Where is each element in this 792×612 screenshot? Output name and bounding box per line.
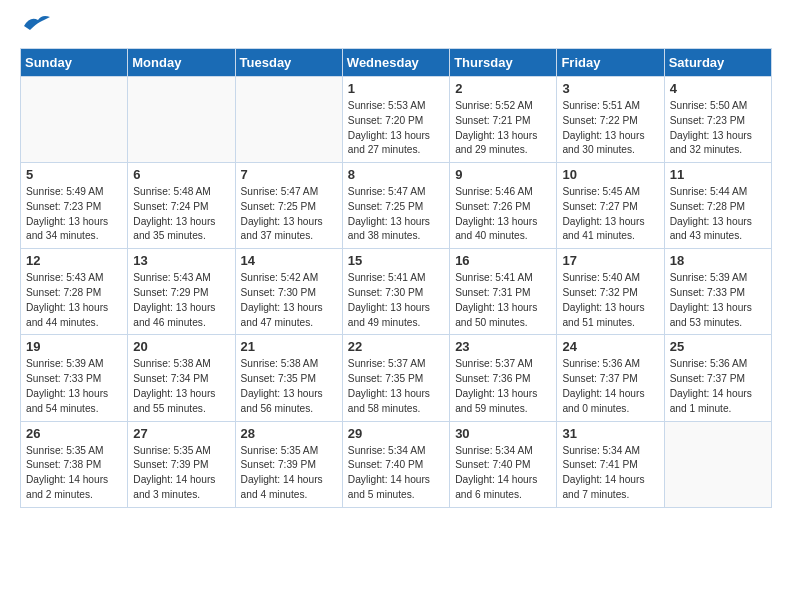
- calendar-table: SundayMondayTuesdayWednesdayThursdayFrid…: [20, 48, 772, 508]
- day-number: 31: [562, 426, 658, 441]
- day-number: 27: [133, 426, 229, 441]
- day-number: 2: [455, 81, 551, 96]
- calendar-week-row: 12Sunrise: 5:43 AMSunset: 7:28 PMDayligh…: [21, 249, 772, 335]
- day-number: 4: [670, 81, 766, 96]
- calendar-day-cell: 24Sunrise: 5:36 AMSunset: 7:37 PMDayligh…: [557, 335, 664, 421]
- calendar-day-cell: [21, 77, 128, 163]
- day-number: 16: [455, 253, 551, 268]
- day-number: 1: [348, 81, 444, 96]
- calendar-day-cell: 22Sunrise: 5:37 AMSunset: 7:35 PMDayligh…: [342, 335, 449, 421]
- day-number: 3: [562, 81, 658, 96]
- day-info: Sunrise: 5:34 AMSunset: 7:40 PMDaylight:…: [348, 444, 444, 503]
- day-number: 13: [133, 253, 229, 268]
- calendar-week-row: 19Sunrise: 5:39 AMSunset: 7:33 PMDayligh…: [21, 335, 772, 421]
- day-info: Sunrise: 5:37 AMSunset: 7:35 PMDaylight:…: [348, 357, 444, 416]
- calendar-day-cell: 25Sunrise: 5:36 AMSunset: 7:37 PMDayligh…: [664, 335, 771, 421]
- day-info: Sunrise: 5:41 AMSunset: 7:30 PMDaylight:…: [348, 271, 444, 330]
- day-number: 19: [26, 339, 122, 354]
- day-number: 15: [348, 253, 444, 268]
- calendar-week-row: 26Sunrise: 5:35 AMSunset: 7:38 PMDayligh…: [21, 421, 772, 507]
- calendar-day-cell: 20Sunrise: 5:38 AMSunset: 7:34 PMDayligh…: [128, 335, 235, 421]
- day-number: 28: [241, 426, 337, 441]
- logo: [20, 20, 52, 32]
- calendar-day-cell: 2Sunrise: 5:52 AMSunset: 7:21 PMDaylight…: [450, 77, 557, 163]
- day-info: Sunrise: 5:36 AMSunset: 7:37 PMDaylight:…: [562, 357, 658, 416]
- weekday-header: Sunday: [21, 49, 128, 77]
- weekday-header: Monday: [128, 49, 235, 77]
- day-info: Sunrise: 5:38 AMSunset: 7:35 PMDaylight:…: [241, 357, 337, 416]
- day-info: Sunrise: 5:39 AMSunset: 7:33 PMDaylight:…: [670, 271, 766, 330]
- day-number: 25: [670, 339, 766, 354]
- calendar-day-cell: 15Sunrise: 5:41 AMSunset: 7:30 PMDayligh…: [342, 249, 449, 335]
- day-info: Sunrise: 5:34 AMSunset: 7:41 PMDaylight:…: [562, 444, 658, 503]
- day-info: Sunrise: 5:50 AMSunset: 7:23 PMDaylight:…: [670, 99, 766, 158]
- calendar-day-cell: 18Sunrise: 5:39 AMSunset: 7:33 PMDayligh…: [664, 249, 771, 335]
- logo-bird-icon: [22, 12, 52, 32]
- calendar-day-cell: 17Sunrise: 5:40 AMSunset: 7:32 PMDayligh…: [557, 249, 664, 335]
- day-info: Sunrise: 5:43 AMSunset: 7:28 PMDaylight:…: [26, 271, 122, 330]
- day-number: 26: [26, 426, 122, 441]
- day-info: Sunrise: 5:53 AMSunset: 7:20 PMDaylight:…: [348, 99, 444, 158]
- calendar-day-cell: 23Sunrise: 5:37 AMSunset: 7:36 PMDayligh…: [450, 335, 557, 421]
- day-number: 22: [348, 339, 444, 354]
- calendar-day-cell: [664, 421, 771, 507]
- day-number: 12: [26, 253, 122, 268]
- day-number: 10: [562, 167, 658, 182]
- day-number: 20: [133, 339, 229, 354]
- day-info: Sunrise: 5:48 AMSunset: 7:24 PMDaylight:…: [133, 185, 229, 244]
- weekday-header: Tuesday: [235, 49, 342, 77]
- calendar-day-cell: 5Sunrise: 5:49 AMSunset: 7:23 PMDaylight…: [21, 163, 128, 249]
- day-info: Sunrise: 5:49 AMSunset: 7:23 PMDaylight:…: [26, 185, 122, 244]
- calendar-day-cell: 10Sunrise: 5:45 AMSunset: 7:27 PMDayligh…: [557, 163, 664, 249]
- page-container: SundayMondayTuesdayWednesdayThursdayFrid…: [0, 0, 792, 523]
- calendar-day-cell: 11Sunrise: 5:44 AMSunset: 7:28 PMDayligh…: [664, 163, 771, 249]
- calendar-day-cell: 30Sunrise: 5:34 AMSunset: 7:40 PMDayligh…: [450, 421, 557, 507]
- day-info: Sunrise: 5:51 AMSunset: 7:22 PMDaylight:…: [562, 99, 658, 158]
- calendar-day-cell: 4Sunrise: 5:50 AMSunset: 7:23 PMDaylight…: [664, 77, 771, 163]
- weekday-header: Friday: [557, 49, 664, 77]
- day-info: Sunrise: 5:41 AMSunset: 7:31 PMDaylight:…: [455, 271, 551, 330]
- day-info: Sunrise: 5:35 AMSunset: 7:39 PMDaylight:…: [133, 444, 229, 503]
- calendar-day-cell: 6Sunrise: 5:48 AMSunset: 7:24 PMDaylight…: [128, 163, 235, 249]
- day-number: 24: [562, 339, 658, 354]
- day-number: 5: [26, 167, 122, 182]
- day-info: Sunrise: 5:34 AMSunset: 7:40 PMDaylight:…: [455, 444, 551, 503]
- calendar-week-row: 5Sunrise: 5:49 AMSunset: 7:23 PMDaylight…: [21, 163, 772, 249]
- day-info: Sunrise: 5:42 AMSunset: 7:30 PMDaylight:…: [241, 271, 337, 330]
- day-number: 14: [241, 253, 337, 268]
- day-info: Sunrise: 5:46 AMSunset: 7:26 PMDaylight:…: [455, 185, 551, 244]
- day-info: Sunrise: 5:40 AMSunset: 7:32 PMDaylight:…: [562, 271, 658, 330]
- calendar-day-cell: 8Sunrise: 5:47 AMSunset: 7:25 PMDaylight…: [342, 163, 449, 249]
- weekday-header: Wednesday: [342, 49, 449, 77]
- calendar-day-cell: 29Sunrise: 5:34 AMSunset: 7:40 PMDayligh…: [342, 421, 449, 507]
- calendar-day-cell: 3Sunrise: 5:51 AMSunset: 7:22 PMDaylight…: [557, 77, 664, 163]
- calendar-day-cell: 28Sunrise: 5:35 AMSunset: 7:39 PMDayligh…: [235, 421, 342, 507]
- day-info: Sunrise: 5:47 AMSunset: 7:25 PMDaylight:…: [348, 185, 444, 244]
- calendar-day-cell: [235, 77, 342, 163]
- calendar-week-row: 1Sunrise: 5:53 AMSunset: 7:20 PMDaylight…: [21, 77, 772, 163]
- calendar-day-cell: 12Sunrise: 5:43 AMSunset: 7:28 PMDayligh…: [21, 249, 128, 335]
- weekday-header-row: SundayMondayTuesdayWednesdayThursdayFrid…: [21, 49, 772, 77]
- calendar-day-cell: 26Sunrise: 5:35 AMSunset: 7:38 PMDayligh…: [21, 421, 128, 507]
- calendar-day-cell: 1Sunrise: 5:53 AMSunset: 7:20 PMDaylight…: [342, 77, 449, 163]
- calendar-day-cell: 19Sunrise: 5:39 AMSunset: 7:33 PMDayligh…: [21, 335, 128, 421]
- day-info: Sunrise: 5:52 AMSunset: 7:21 PMDaylight:…: [455, 99, 551, 158]
- day-info: Sunrise: 5:47 AMSunset: 7:25 PMDaylight:…: [241, 185, 337, 244]
- calendar-day-cell: 9Sunrise: 5:46 AMSunset: 7:26 PMDaylight…: [450, 163, 557, 249]
- calendar-day-cell: [128, 77, 235, 163]
- day-number: 21: [241, 339, 337, 354]
- day-number: 7: [241, 167, 337, 182]
- day-number: 8: [348, 167, 444, 182]
- day-number: 17: [562, 253, 658, 268]
- weekday-header: Saturday: [664, 49, 771, 77]
- header: [20, 20, 772, 32]
- day-info: Sunrise: 5:35 AMSunset: 7:39 PMDaylight:…: [241, 444, 337, 503]
- calendar-day-cell: 13Sunrise: 5:43 AMSunset: 7:29 PMDayligh…: [128, 249, 235, 335]
- day-info: Sunrise: 5:38 AMSunset: 7:34 PMDaylight:…: [133, 357, 229, 416]
- weekday-header: Thursday: [450, 49, 557, 77]
- day-number: 30: [455, 426, 551, 441]
- day-number: 23: [455, 339, 551, 354]
- day-info: Sunrise: 5:44 AMSunset: 7:28 PMDaylight:…: [670, 185, 766, 244]
- calendar-day-cell: 31Sunrise: 5:34 AMSunset: 7:41 PMDayligh…: [557, 421, 664, 507]
- calendar-day-cell: 27Sunrise: 5:35 AMSunset: 7:39 PMDayligh…: [128, 421, 235, 507]
